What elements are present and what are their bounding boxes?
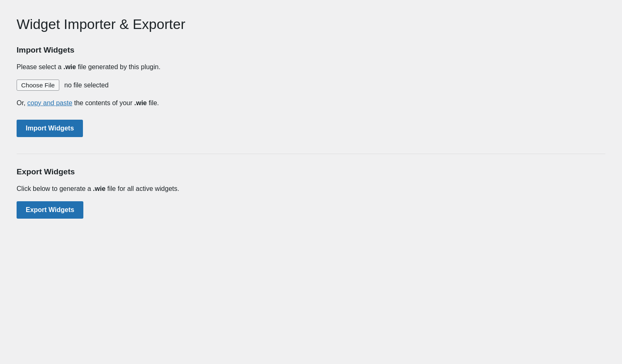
import-section-heading: Import Widgets	[17, 46, 605, 55]
file-input-row: Choose File no file selected	[17, 80, 605, 91]
import-description: Please select a .wie file generated by t…	[17, 62, 605, 72]
copy-paste-link[interactable]: copy and paste	[27, 99, 73, 106]
copy-paste-line: Or, copy and paste the contents of your …	[17, 98, 605, 108]
page-title: Widget Importer & Exporter	[17, 17, 605, 32]
export-description: Click below to generate a .wie file for …	[17, 184, 605, 194]
import-widgets-button[interactable]: Import Widgets	[17, 120, 83, 137]
import-section: Import Widgets Please select a .wie file…	[17, 46, 605, 137]
section-divider	[17, 154, 605, 154]
export-section: Export Widgets Click below to generate a…	[17, 167, 605, 219]
no-file-label: no file selected	[64, 82, 109, 89]
choose-file-button[interactable]: Choose File	[17, 80, 59, 91]
export-widgets-button[interactable]: Export Widgets	[17, 201, 83, 219]
export-section-heading: Export Widgets	[17, 167, 605, 176]
